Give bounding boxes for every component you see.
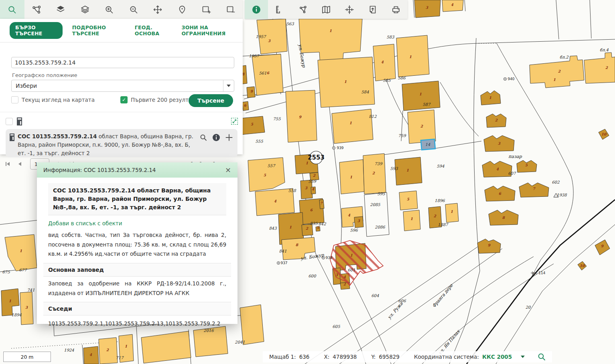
y-label: Y: (371, 354, 375, 360)
add-to-object-list-link[interactable]: Добави в списък с обекти (48, 220, 122, 226)
svg-text:595: 595 (377, 192, 385, 196)
neighbors-section-heading: Съседи (43, 302, 231, 315)
building-icon (17, 117, 22, 125)
search-button[interactable]: Търсене (189, 94, 233, 107)
tab-restriction-zones[interactable]: ЗОНИ НА ОГРАНИЧЕНИЯ (182, 24, 243, 36)
route-icon (32, 5, 41, 14)
map-sheets-tool-button[interactable] (315, 0, 338, 19)
select-all-results-checkbox[interactable] (6, 118, 13, 125)
svg-text:596: 596 (350, 228, 358, 233)
svg-text:4: 4 (496, 167, 499, 171)
svg-text:812: 812 (369, 114, 377, 119)
svg-text:675: 675 (2, 270, 10, 274)
scale-bar-label: 20 m (20, 354, 33, 360)
chevron-down-icon[interactable] (521, 356, 525, 358)
info-tool-button[interactable] (245, 0, 268, 19)
layers-filled-icon (56, 5, 65, 14)
current-view-checkbox[interactable] (11, 96, 18, 103)
result-id: СОС 10135.2553.759.2.14 (18, 133, 97, 140)
svg-text:1887: 1887 (438, 222, 449, 227)
svg-text:4: 4 (274, 199, 277, 203)
scale-label: Мащаб 1: (269, 354, 296, 360)
zoom-rect-out-tool-button[interactable] (219, 0, 243, 19)
svg-text:558: 558 (288, 188, 296, 193)
layers-tool-button[interactable] (73, 0, 97, 19)
svg-text:1: 1 (329, 29, 332, 33)
tab-quick-search[interactable]: БЪРЗО ТЪРСЕНЕ (10, 22, 63, 39)
x-label: X: (324, 354, 329, 360)
tab-geodetic-basis[interactable]: ГЕОД. ОСНОВА (135, 24, 172, 36)
result-info-icon[interactable] (212, 133, 221, 142)
select-objects-tool-button[interactable] (24, 0, 49, 19)
svg-text:3: 3 (498, 142, 501, 146)
map-icon (321, 5, 331, 14)
svg-text:561: 561 (259, 71, 266, 75)
svg-text:1924: 1924 (64, 348, 74, 352)
location-tool-button[interactable] (170, 0, 195, 19)
expand-results-icon[interactable] (231, 118, 238, 125)
svg-text:585: 585 (383, 78, 391, 83)
svg-text:3: 3 (426, 6, 428, 10)
svg-text:1: 1 (9, 299, 11, 303)
measure-tool-button[interactable] (268, 0, 291, 19)
svg-text:1: 1 (553, 78, 556, 82)
svg-text:10: 10 (580, 264, 585, 268)
svg-text:2: 2 (434, 214, 436, 218)
svg-text:557: 557 (267, 164, 276, 168)
svg-text:594: 594 (436, 164, 445, 168)
svg-text:2: 2 (313, 174, 316, 178)
svg-text:1: 1 (451, 210, 453, 214)
crs-select[interactable]: ККС 2005 (482, 354, 512, 360)
coordinates-tool-button[interactable] (338, 0, 361, 19)
svg-text:583: 583 (386, 35, 394, 39)
geo-position-select[interactable]: Избери (11, 80, 234, 92)
svg-text:2: 2 (420, 124, 423, 128)
rect-minus-icon (226, 5, 235, 14)
result-row[interactable]: СОС 10135.2553.759.2.14 област Варна, об… (6, 129, 237, 157)
svg-text:20: 20 (526, 305, 531, 309)
zoom-to-result-icon[interactable] (199, 133, 208, 142)
svg-text:1: 1 (289, 225, 292, 229)
svg-text:1957: 1957 (256, 34, 266, 39)
close-icon[interactable]: × (225, 166, 231, 174)
svg-text:1: 1 (20, 249, 22, 253)
layers-active-tool-button[interactable] (49, 0, 73, 19)
first-page-button[interactable] (6, 162, 10, 166)
svg-text:14: 14 (425, 142, 430, 147)
svg-text:1: 1 (489, 96, 491, 100)
svg-text:5: 5 (264, 173, 266, 177)
status-bar: Мащаб 1: 636 X: 4789938 Y: 695829 Коорди… (263, 351, 552, 362)
svg-text:755: 755 (273, 117, 281, 121)
svg-text:9: 9 (299, 115, 302, 119)
first200-checkbox[interactable]: ✓ (120, 96, 128, 103)
svg-text:1: 1 (350, 253, 353, 257)
tab-detailed-search[interactable]: ПОДРОБНО ТЪРСЕНЕ (72, 24, 125, 36)
export-tool-button[interactable] (361, 0, 384, 19)
print-tool-button[interactable] (384, 0, 408, 19)
order-text: Заповед за одобрение на КККР РД-18-92/14… (48, 279, 226, 298)
search-panel: БЪРЗО ТЪРСЕНЕ ПОДРОБНО ТЪРСЕНЕ ГЕОД. ОСН… (0, 19, 243, 154)
export-icon (368, 5, 378, 14)
popup-address: СОС 10135.2553.759.2.14 област Варна, об… (48, 183, 226, 215)
svg-text:741: 741 (27, 288, 35, 292)
svg-text:3: 3 (357, 219, 360, 223)
location-icon (177, 5, 187, 14)
area-measure-tool-button[interactable] (291, 0, 315, 19)
pan-tool-button[interactable] (146, 0, 170, 19)
zoom-in-tool-button[interactable] (97, 0, 122, 19)
popup-title: Информация: СОС 10135.2553.759.2.14 (43, 167, 225, 173)
map-toolbar-left (0, 0, 243, 19)
add-result-icon[interactable] (225, 133, 233, 142)
zoom-rect-in-tool-button[interactable] (194, 0, 219, 19)
svg-text:1896: 1896 (434, 198, 445, 203)
svg-text:3: 3 (25, 305, 28, 309)
search-tool-button[interactable] (0, 0, 24, 19)
search-input[interactable] (11, 57, 234, 68)
svg-text:1: 1 (344, 80, 347, 84)
svg-text:пазар: пазар (508, 154, 522, 159)
zoom-out-tool-button[interactable] (122, 0, 146, 19)
prev-page-button[interactable] (18, 162, 21, 166)
svg-text:759: 759 (398, 133, 406, 138)
status-search-icon[interactable] (538, 353, 546, 361)
svg-text:835: 835 (310, 221, 318, 226)
